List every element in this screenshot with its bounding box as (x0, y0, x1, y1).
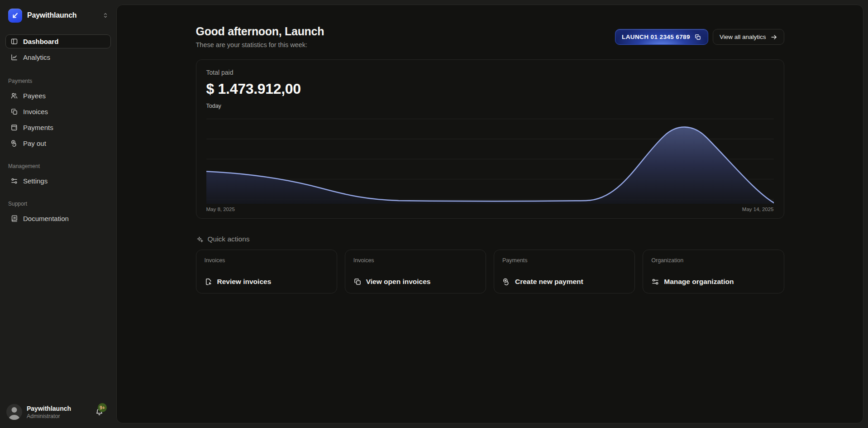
main-panel: Good afternoon, Launch These are your st… (116, 5, 863, 423)
sidebar-item-analytics[interactable]: Analytics (5, 50, 111, 64)
user-profile[interactable]: Paywithlaunch Administrator 9+ (5, 402, 111, 422)
sidebar-item-label: Invoices (23, 108, 48, 115)
sidebar-item-label: Dashboard (23, 38, 58, 45)
card-action: Review invoices (205, 278, 329, 286)
app-logo (8, 9, 22, 23)
quick-action-create-new-payment[interactable]: Payments Create new payment (494, 250, 635, 293)
quick-action-review-invoices[interactable]: Invoices Review invoices (196, 250, 337, 293)
sidebar-item-label: Payees (23, 92, 46, 100)
greeting-block: Good afternoon, Launch These are your st… (196, 25, 324, 48)
sidebar-section-management: Management (8, 163, 108, 169)
user-role: Administrator (27, 413, 91, 419)
notification-badge: 9+ (98, 403, 107, 412)
card-category: Payments (502, 257, 626, 264)
sidebar-item-label: Pay out (23, 139, 46, 147)
coins-icon (10, 139, 18, 147)
chart-canvas (206, 116, 774, 204)
main-content: Good afternoon, Launch These are your st… (196, 5, 784, 293)
card-action-label: Review invoices (217, 278, 272, 286)
copies-icon (353, 278, 362, 286)
analytics-chart-icon (10, 53, 18, 61)
workspace-switcher[interactable]: Paywithlaunch (5, 6, 111, 24)
quick-action-manage-organization[interactable]: Organization Manage organization (643, 250, 784, 293)
sidebar-item-settings[interactable]: Settings (5, 174, 111, 188)
avatar (6, 404, 22, 420)
copies-icon (10, 108, 18, 115)
quick-actions-title: Quick actions (208, 235, 250, 243)
sidebar-item-pay-out[interactable]: Pay out (5, 136, 111, 150)
notifications-button[interactable]: 9+ (95, 408, 104, 416)
account-number-label: LAUNCH 01 2345 6789 (622, 34, 690, 40)
page-header: Good afternoon, Launch These are your st… (196, 25, 784, 48)
arrow-right-icon (770, 34, 777, 41)
chevrons-up-down-icon[interactable] (102, 12, 109, 19)
sidebar-item-label: Analytics (23, 53, 50, 61)
sidebar-item-dashboard[interactable]: Dashboard (5, 34, 111, 48)
view-all-analytics-label: View all analytics (720, 34, 766, 40)
area-chart (206, 116, 774, 204)
page-subtitle: These are your statistics for this week: (196, 41, 324, 48)
card-action-label: Create new payment (515, 278, 583, 286)
sidebar-item-documentation[interactable]: Documentation (5, 212, 111, 226)
card-action: Manage organization (651, 278, 775, 286)
user-meta: Paywithlaunch Administrator (27, 405, 91, 419)
sliders-icon (10, 177, 18, 185)
user-name: Paywithlaunch (27, 405, 91, 412)
coins-icon (502, 278, 510, 286)
view-all-analytics-button[interactable]: View all analytics (713, 29, 784, 45)
sidebar-item-payees[interactable]: Payees (5, 89, 111, 103)
chart-date-end: May 14, 2025 (742, 207, 774, 212)
chart-date-start: May 8, 2025 (206, 207, 235, 212)
card-category: Invoices (205, 257, 329, 264)
sidebar-item-label: Documentation (23, 215, 69, 222)
card-action: Create new payment (502, 278, 626, 286)
card-category: Invoices (353, 257, 477, 264)
file-pen-icon (205, 278, 213, 286)
quick-actions-grid: Invoices Review invoices Invoices View o… (196, 250, 784, 293)
quick-actions-header: Quick actions (196, 235, 784, 243)
sliders-icon (651, 278, 659, 286)
sidebar-nav: Dashboard Analytics Payments Payees Invo… (5, 34, 111, 227)
area-fill (206, 127, 774, 204)
card-category: Organization (651, 257, 775, 264)
card-action-label: View open invoices (366, 278, 431, 286)
sparkles-icon (196, 236, 204, 243)
sidebar-section-payments: Payments (8, 78, 108, 84)
chart-x-axis: May 8, 2025 May 14, 2025 (206, 207, 774, 212)
copy-icon (694, 34, 701, 41)
book-icon (10, 215, 18, 222)
sidebar-item-label: Settings (23, 177, 48, 185)
account-number-button[interactable]: LAUNCH 01 2345 6789 (615, 29, 708, 45)
launch-arrow-icon (11, 11, 19, 20)
wallet-icon (10, 124, 18, 131)
stats-amount: $ 1.473.912,00 (206, 81, 774, 97)
quick-action-view-open-invoices[interactable]: Invoices View open invoices (345, 250, 486, 293)
sidebar-item-label: Payments (23, 124, 53, 131)
stats-period: Today (206, 103, 774, 109)
page-title: Good afternoon, Launch (196, 25, 324, 38)
card-action: View open invoices (353, 278, 477, 286)
workspace-name: Paywithlaunch (27, 11, 97, 19)
stats-label: Total paid (206, 69, 774, 76)
dashboard-panel-icon (10, 38, 18, 45)
users-icon (10, 92, 18, 100)
sidebar-item-invoices[interactable]: Invoices (5, 105, 111, 119)
sidebar-section-support: Support (8, 201, 108, 207)
total-paid-card: Total paid $ 1.473.912,00 Today (196, 59, 784, 219)
header-actions: LAUNCH 01 2345 6789 View all analytics (615, 29, 784, 45)
sidebar: Paywithlaunch Dashboard Analytics Paymen… (0, 0, 116, 428)
person-silhouette-icon (6, 404, 22, 420)
card-action-label: Manage organization (664, 278, 734, 286)
sidebar-item-payments[interactable]: Payments (5, 120, 111, 135)
